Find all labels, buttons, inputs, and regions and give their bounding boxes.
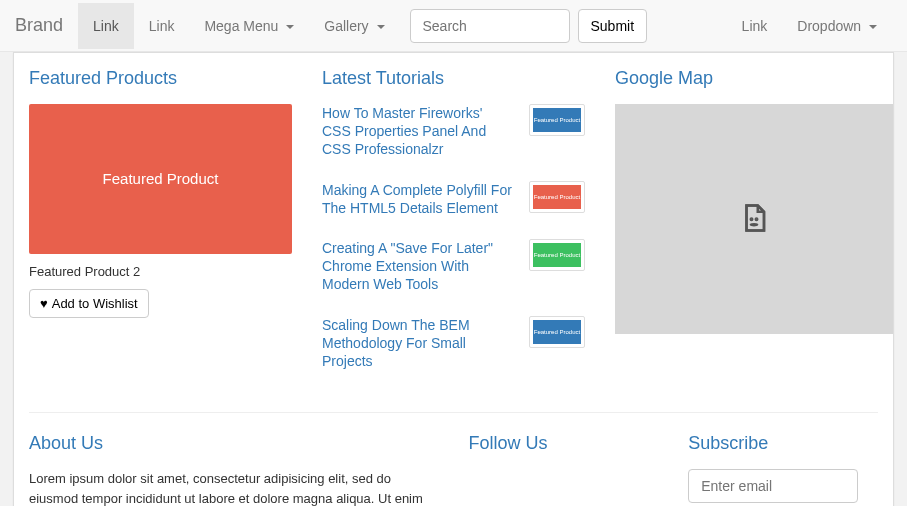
nav-mega-menu[interactable]: Mega Menu — [189, 3, 309, 49]
add-to-wishlist-button[interactable]: ♥ Add to Wishlist — [29, 289, 149, 318]
divider — [29, 412, 878, 413]
heart-icon: ♥ — [40, 296, 48, 311]
main-panel: Featured Products Featured Product Featu… — [13, 52, 894, 506]
navbar-search-form: Submit — [400, 1, 658, 51]
search-input[interactable] — [410, 9, 570, 43]
caret-down-icon — [286, 25, 294, 29]
about-column: About Us Lorem ipsum dolor sit amet, con… — [14, 433, 454, 506]
nav-link-2[interactable]: Link — [134, 3, 190, 49]
featured-column: Featured Products Featured Product Featu… — [14, 68, 307, 392]
svg-point-0 — [751, 218, 753, 220]
google-map[interactable] — [615, 104, 893, 334]
about-text: Lorem ipsum dolor sit amet, consectetur … — [29, 469, 439, 506]
submit-button[interactable]: Submit — [578, 9, 648, 43]
tutorial-thumb[interactable]: Featured Product — [529, 181, 585, 213]
nav-right-dropdown[interactable]: Dropdown — [782, 3, 892, 49]
caret-down-icon — [869, 25, 877, 29]
nav-gallery[interactable]: Gallery — [309, 3, 399, 49]
tutorial-thumb[interactable]: Featured Product — [529, 239, 585, 271]
nav-link-1[interactable]: Link — [78, 3, 134, 49]
tutorial-link-2[interactable]: Making A Complete Polyfill For The HTML5… — [322, 181, 512, 217]
subscribe-email-input[interactable] — [688, 469, 858, 503]
tutorial-item: How To Master Fireworks' CSS Properties … — [322, 104, 585, 159]
follow-column: Follow Us — [454, 433, 674, 506]
tutorials-column: Latest Tutorials How To Master Fireworks… — [307, 68, 600, 392]
featured-product-image[interactable]: Featured Product — [29, 104, 292, 254]
tutorial-link-3[interactable]: Creating A "Save For Later" Chrome Exten… — [322, 239, 512, 294]
tutorial-item: Creating A "Save For Later" Chrome Exten… — [322, 239, 585, 294]
tutorial-thumb[interactable]: Featured Product — [529, 316, 585, 348]
subscribe-heading: Subscribe — [688, 433, 878, 454]
featured-heading: Featured Products — [29, 68, 292, 89]
tutorial-item: Scaling Down The BEM Methodology For Sma… — [322, 316, 585, 371]
caret-down-icon — [377, 25, 385, 29]
subscribe-column: Subscribe Go — [673, 433, 893, 506]
nav-right-link[interactable]: Link — [727, 3, 783, 49]
follow-heading: Follow Us — [469, 433, 659, 454]
map-heading: Google Map — [615, 68, 878, 89]
tutorial-link-1[interactable]: How To Master Fireworks' CSS Properties … — [322, 104, 512, 159]
nav-right: Link Dropdown — [727, 3, 892, 49]
about-heading: About Us — [29, 433, 439, 454]
tutorial-item: Making A Complete Polyfill For The HTML5… — [322, 181, 585, 217]
map-column: Google Map — [600, 68, 893, 392]
nav-left: Link Link Mega Menu Gallery — [78, 3, 399, 49]
broken-image-icon — [739, 201, 769, 238]
svg-point-1 — [756, 218, 758, 220]
navbar: Brand Link Link Mega Menu Gallery Submit… — [0, 0, 907, 52]
tutorial-link-4[interactable]: Scaling Down The BEM Methodology For Sma… — [322, 316, 512, 371]
featured-caption: Featured Product 2 — [29, 264, 292, 279]
tutorial-thumb[interactable]: Featured Product — [529, 104, 585, 136]
brand[interactable]: Brand — [15, 0, 78, 51]
tutorials-heading: Latest Tutorials — [322, 68, 585, 89]
